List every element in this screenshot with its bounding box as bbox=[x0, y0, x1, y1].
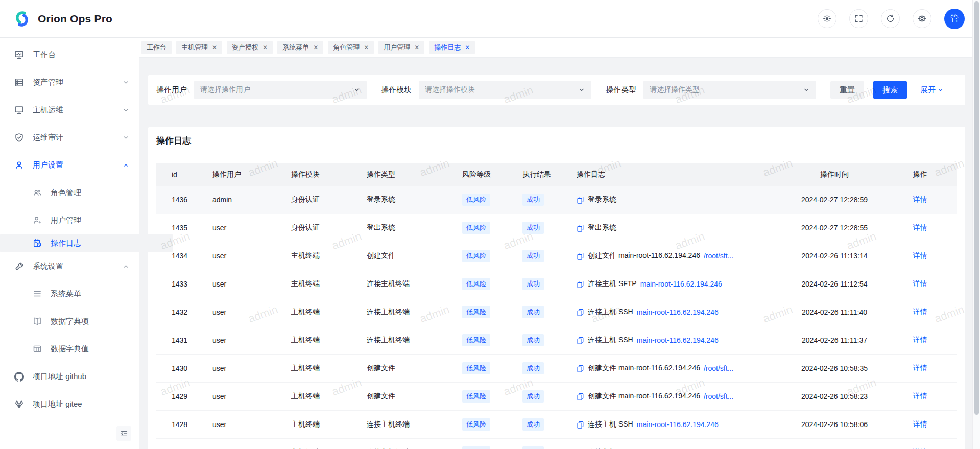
table-row: 1435user身份认证登出系统低风险成功登出系统2024-02-27 12:2… bbox=[156, 214, 957, 242]
tab-close-icon[interactable]: ✕ bbox=[414, 44, 419, 51]
sidebar-item-user-settings[interactable]: 用户设置 bbox=[0, 151, 139, 179]
tab-主机管理[interactable]: 主机管理✕ bbox=[176, 41, 222, 54]
detail-link[interactable]: 详情 bbox=[913, 364, 927, 373]
cell-action: 详情 bbox=[883, 439, 957, 449]
cell-time: 2024-02-26 11:12:54 bbox=[786, 270, 883, 298]
copy-icon[interactable] bbox=[577, 252, 584, 260]
tab-系统菜单[interactable]: 系统菜单✕ bbox=[277, 41, 323, 54]
sidebar-item-ops-audit[interactable]: 运维审计 bbox=[0, 124, 139, 151]
risk-badge: 低风险 bbox=[462, 306, 490, 318]
copy-icon[interactable] bbox=[577, 196, 584, 204]
copy-icon[interactable] bbox=[577, 365, 584, 372]
tab-资产授权[interactable]: 资产授权✕ bbox=[227, 41, 273, 54]
column-header: 操作日志 bbox=[561, 163, 786, 186]
tab-close-icon[interactable]: ✕ bbox=[262, 44, 268, 51]
menu-fold-icon bbox=[120, 430, 128, 438]
sidebar-item-github[interactable]: 项目地址 github bbox=[0, 363, 139, 390]
sidebar-item-host-ops[interactable]: 主机运维 bbox=[0, 96, 139, 124]
cell-time: 2024-02-26 10:58:35 bbox=[786, 355, 883, 382]
sidebar-item-dict-items[interactable]: 数据字典项 bbox=[0, 308, 139, 335]
detail-link[interactable]: 详情 bbox=[913, 308, 927, 317]
filter-label: 操作模块 bbox=[381, 85, 412, 95]
book-icon bbox=[33, 317, 42, 326]
detail-link[interactable]: 详情 bbox=[913, 195, 927, 204]
sidebar-collapse-button[interactable] bbox=[116, 426, 131, 441]
host-ops-icon bbox=[14, 105, 24, 115]
settings-button[interactable] bbox=[913, 9, 931, 28]
cell-log: 创建文件 main-root-116.62.194.246 /root/sft.… bbox=[561, 242, 786, 270]
operator-user-select[interactable]: 请选择操作用户 bbox=[194, 81, 367, 99]
sidebar-item-op-logs[interactable]: 操作日志 bbox=[0, 234, 173, 252]
cell-action: 详情 bbox=[883, 326, 957, 354]
sidebar-item-dict-values[interactable]: 数据字典值 bbox=[0, 335, 139, 363]
tab-close-icon[interactable]: ✕ bbox=[313, 44, 318, 51]
gear-icon bbox=[917, 14, 927, 23]
copy-icon[interactable] bbox=[577, 224, 584, 232]
cell-type: 连接主机终端 bbox=[351, 439, 447, 449]
copy-icon[interactable] bbox=[577, 280, 584, 288]
brand[interactable]: Orion Ops Pro bbox=[12, 9, 112, 29]
table-row: 1427user主机终端连接主机终端低风险成功连接主机 SFTP main-ro… bbox=[156, 439, 957, 449]
log-link[interactable]: main-root-116.62.194.246 bbox=[637, 336, 719, 344]
copy-icon[interactable] bbox=[577, 393, 584, 400]
scrollbar-thumb[interactable] bbox=[974, 1, 979, 415]
cell-user: user bbox=[197, 270, 276, 298]
copy-icon[interactable] bbox=[577, 421, 584, 429]
detail-link[interactable]: 详情 bbox=[913, 392, 927, 401]
cell-user: user bbox=[197, 298, 276, 326]
operator-type-select[interactable]: 请选择操作类型 bbox=[643, 81, 816, 99]
expand-link[interactable]: 展开 bbox=[920, 85, 944, 95]
gitee-icon bbox=[14, 399, 24, 409]
detail-link[interactable]: 详情 bbox=[913, 336, 927, 345]
page-scrollbar[interactable] bbox=[972, 0, 980, 449]
reset-button[interactable]: 重置 bbox=[830, 81, 864, 99]
sidebar-item-assets[interactable]: 资产管理 bbox=[0, 68, 139, 96]
tab-操作日志[interactable]: 操作日志✕ bbox=[429, 41, 475, 54]
log-link[interactable]: main-root-116.62.194.246 bbox=[640, 280, 722, 288]
detail-link[interactable]: 详情 bbox=[913, 420, 927, 429]
wrench-icon bbox=[14, 262, 24, 271]
tab-角色管理[interactable]: 角色管理✕ bbox=[328, 41, 374, 54]
tab-close-icon[interactable]: ✕ bbox=[465, 44, 470, 51]
cell-log: 登录系统 bbox=[561, 186, 786, 214]
content-area: 操作用户 请选择操作用户 操作模块 请选择操作模块 操作类型 请选择操作类型 bbox=[139, 58, 972, 449]
log-link[interactable]: main-root-116.62.194.246 bbox=[637, 420, 719, 429]
tab-用户管理[interactable]: 用户管理✕ bbox=[378, 41, 424, 54]
log-link[interactable]: /root/sft... bbox=[704, 392, 733, 400]
tab-close-icon[interactable]: ✕ bbox=[364, 44, 369, 51]
refresh-button[interactable] bbox=[881, 9, 900, 28]
operator-module-select[interactable]: 请选择操作模块 bbox=[419, 81, 591, 99]
detail-link[interactable]: 详情 bbox=[913, 223, 927, 232]
filter-group-type: 操作类型 请选择操作类型 bbox=[606, 81, 816, 99]
sidebar-item-system-menu[interactable]: 系统菜单 bbox=[0, 280, 139, 308]
copy-icon[interactable] bbox=[577, 337, 584, 344]
result-badge: 成功 bbox=[522, 362, 544, 374]
search-button[interactable]: 搜索 bbox=[873, 81, 907, 99]
workbench-icon bbox=[14, 50, 24, 60]
assets-icon bbox=[14, 78, 24, 87]
filter-panel: 操作用户 请选择操作用户 操作模块 请选择操作模块 操作类型 请选择操作类型 bbox=[148, 75, 965, 105]
sidebar-item-workbench[interactable]: 工作台 bbox=[0, 41, 139, 68]
sidebar-item-system-settings[interactable]: 系统设置 bbox=[0, 252, 139, 280]
sidebar-item-role-manage[interactable]: 角色管理 bbox=[0, 179, 139, 206]
cell-type: 连接主机终端 bbox=[351, 411, 447, 438]
tab-label: 资产授权 bbox=[232, 43, 258, 52]
tab-工作台[interactable]: 工作台 bbox=[141, 41, 172, 54]
avatar[interactable]: 管 bbox=[944, 9, 965, 29]
cell-time: 2024-02-26 11:11:40 bbox=[786, 298, 883, 326]
copy-icon[interactable] bbox=[577, 309, 584, 316]
detail-link[interactable]: 详情 bbox=[913, 251, 927, 261]
risk-badge: 低风险 bbox=[462, 222, 490, 234]
fullscreen-button[interactable] bbox=[849, 9, 868, 28]
sidebar-item-user-manage[interactable]: 用户管理 bbox=[0, 206, 139, 234]
log-link[interactable]: /root/sft... bbox=[704, 252, 733, 260]
log-link[interactable]: main-root-116.62.194.246 bbox=[637, 308, 719, 316]
fullscreen-icon bbox=[854, 14, 864, 23]
cell-id: 1429 bbox=[156, 383, 197, 410]
sidebar-item-gitee[interactable]: 项目地址 gitee bbox=[0, 390, 139, 418]
tab-close-icon[interactable]: ✕ bbox=[212, 44, 217, 51]
log-link[interactable]: /root/sft... bbox=[704, 364, 733, 372]
column-header: 操作时间 bbox=[786, 163, 883, 186]
theme-toggle-button[interactable] bbox=[818, 9, 836, 28]
detail-link[interactable]: 详情 bbox=[913, 279, 927, 289]
